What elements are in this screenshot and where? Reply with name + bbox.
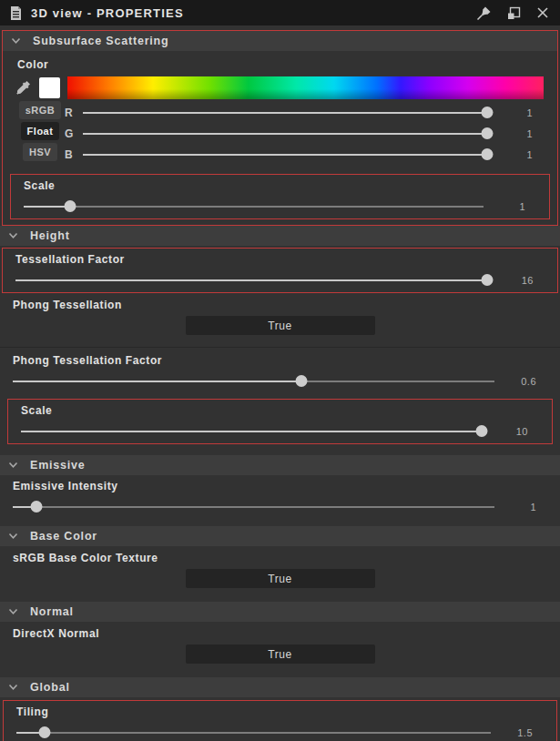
green-channel-row: G 1 <box>65 123 544 144</box>
red-channel-slider[interactable] <box>83 107 491 118</box>
color-label: Color <box>3 51 557 74</box>
srgb-base-color-texture-toggle-button[interactable]: True <box>186 569 375 588</box>
section-header-base-color[interactable]: Base Color <box>0 526 560 546</box>
slider-fill <box>13 381 301 382</box>
srgb-mode-button[interactable]: sRGB <box>19 101 62 119</box>
pin-icon[interactable] <box>476 5 492 21</box>
subsurface-scale-value: 1 <box>484 201 536 212</box>
close-icon[interactable] <box>536 6 549 19</box>
tessellation-factor-row: Tessellation Factor 16 <box>2 248 558 293</box>
section-title: Height <box>30 229 70 242</box>
green-channel-value: 1 <box>491 128 544 139</box>
directx-normal-label: DirectX Normal <box>13 627 547 640</box>
eyedropper-icon[interactable] <box>15 79 32 96</box>
section-header-emissive[interactable]: Emissive <box>0 455 560 475</box>
blue-channel-value: 1 <box>491 149 544 160</box>
slider-fill <box>24 206 70 208</box>
chevron-down-icon <box>8 462 18 469</box>
section-normal: Normal DirectX Normal True <box>0 602 560 671</box>
red-channel-row: R 1 <box>65 102 544 123</box>
emissive-intensity-value: 1 <box>494 502 547 513</box>
red-channel-value: 1 <box>491 107 544 118</box>
subsurface-scale-slider[interactable] <box>24 200 484 212</box>
slider-handle[interactable] <box>296 375 308 387</box>
hsv-mode-button[interactable]: HSV <box>23 143 57 161</box>
window-title: 3D view - PROPERTIES <box>31 6 184 20</box>
subsurface-scale-row: Scale 1 <box>10 174 550 219</box>
current-color-swatch[interactable] <box>39 77 60 98</box>
section-title: Normal <box>30 605 74 618</box>
height-scale-row: Scale 10 <box>7 399 553 444</box>
chevron-down-icon <box>8 684 18 691</box>
blue-channel-label: B <box>65 148 76 161</box>
slider-fill <box>83 154 487 156</box>
emissive-intensity-row: Emissive Intensity 1 <box>0 475 560 519</box>
height-scale-label: Scale <box>21 404 539 417</box>
blue-channel-slider[interactable] <box>83 148 491 160</box>
slider-track <box>16 732 491 734</box>
tiling-slider[interactable] <box>16 726 491 738</box>
green-channel-label: G <box>65 127 76 140</box>
scale-label: Scale <box>24 179 536 192</box>
document-icon <box>9 5 23 21</box>
section-title: Global <box>30 681 70 694</box>
section-height: Height Tessellation Factor 16 Phong Tess… <box>0 226 560 444</box>
phong-tessellation-row: Phong Tessellation True <box>0 293 560 342</box>
phong-tessellation-factor-value: 0.6 <box>494 376 547 387</box>
directx-normal-toggle-button[interactable]: True <box>186 645 375 664</box>
emissive-intensity-label: Emissive Intensity <box>13 480 547 492</box>
section-title: Emissive <box>30 459 86 472</box>
slider-handle[interactable] <box>481 148 493 160</box>
tessellation-factor-value: 16 <box>492 275 545 286</box>
slider-track <box>13 506 494 508</box>
tiling-label: Tiling <box>16 705 544 718</box>
section-title: Base Color <box>30 530 97 543</box>
slider-handle[interactable] <box>31 501 43 513</box>
slider-fill <box>15 279 487 281</box>
section-global: Global Tiling 1.5 UV Scale Enabled False <box>0 677 560 741</box>
hue-gradient-bar[interactable] <box>67 76 544 99</box>
color-picker-row <box>3 74 557 101</box>
height-scale-slider[interactable] <box>21 425 486 437</box>
titlebar: 3D view - PROPERTIES <box>0 0 560 25</box>
srgb-base-color-texture-label: sRGB Base Color Texture <box>13 552 547 564</box>
phong-tessellation-label: Phong Tessellation <box>13 299 547 311</box>
phong-tessellation-factor-row: Phong Tessellation Factor 0.6 <box>0 350 560 393</box>
green-channel-slider[interactable] <box>83 127 491 139</box>
slider-handle[interactable] <box>475 425 487 437</box>
section-header-normal[interactable]: Normal <box>0 602 560 622</box>
slider-handle[interactable] <box>481 274 493 286</box>
chevron-down-icon <box>8 232 18 239</box>
phong-tessellation-factor-label: Phong Tessellation Factor <box>13 354 547 367</box>
rgb-sliders: R 1 G 1 B <box>65 101 544 165</box>
phong-tessellation-toggle-button[interactable]: True <box>186 316 375 335</box>
section-base-color: Base Color sRGB Base Color Texture True <box>0 526 560 595</box>
section-header-height[interactable]: Height <box>0 226 560 246</box>
section-header-global[interactable]: Global <box>0 677 560 697</box>
row-divider <box>0 347 560 348</box>
blue-channel-row: B 1 <box>65 144 544 165</box>
chevron-down-icon <box>11 37 21 45</box>
section-title: Subsurface Scattering <box>33 35 168 47</box>
tessellation-factor-slider[interactable] <box>15 274 492 286</box>
phong-tessellation-factor-slider[interactable] <box>13 375 494 387</box>
color-mode-and-channels: sRGB Float HSV R 1 G 1 <box>3 101 557 168</box>
slider-handle[interactable] <box>481 107 493 118</box>
tessellation-factor-label: Tessellation Factor <box>15 253 545 266</box>
section-header-subsurface-scattering[interactable]: Subsurface Scattering <box>3 31 557 51</box>
section-emissive: Emissive Emissive Intensity 1 <box>0 455 560 519</box>
chevron-down-icon <box>8 533 18 540</box>
emissive-intensity-slider[interactable] <box>13 501 494 513</box>
slider-handle[interactable] <box>39 726 51 738</box>
slider-fill <box>83 112 487 114</box>
tiling-value: 1.5 <box>491 727 544 738</box>
section-subsurface-scattering: Subsurface Scattering Color sRGB Float H… <box>2 30 558 226</box>
chevron-down-icon <box>8 608 18 615</box>
slider-handle[interactable] <box>481 127 493 139</box>
slider-fill <box>83 133 487 135</box>
height-scale-value: 10 <box>486 426 539 437</box>
float-window-icon[interactable] <box>507 6 521 20</box>
directx-normal-row: DirectX Normal True <box>0 622 560 671</box>
float-mode-button[interactable]: Float <box>21 122 60 140</box>
slider-handle[interactable] <box>64 200 76 212</box>
